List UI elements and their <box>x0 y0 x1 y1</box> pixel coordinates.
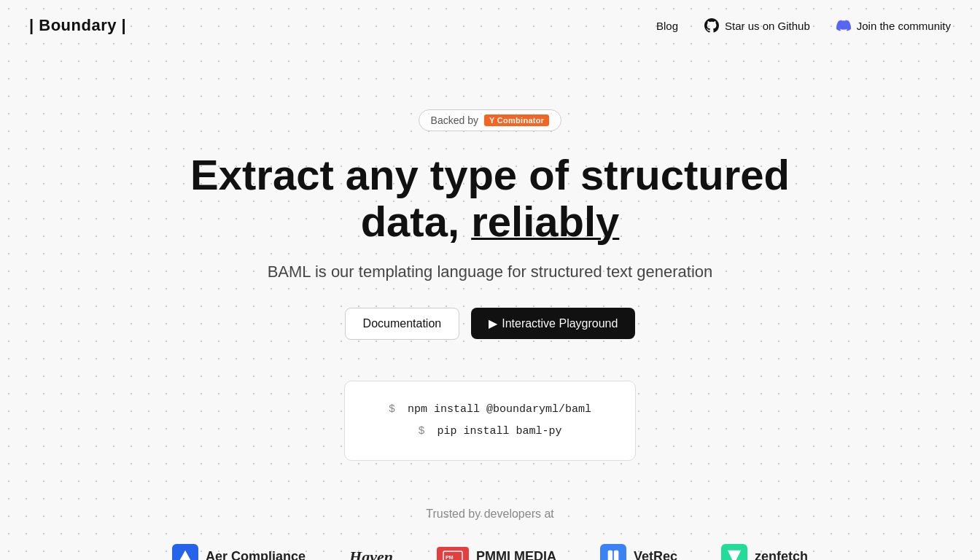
code-npm: npm install @boundaryml/baml <box>408 403 591 416</box>
zenfetch-icon <box>721 544 747 560</box>
vetrec-icon <box>600 544 626 560</box>
logo: | Boundary | <box>29 16 126 35</box>
playground-label: Interactive Playground <box>502 317 618 330</box>
blog-link[interactable]: Blog <box>656 20 678 32</box>
logos-row: Aer Compliance Haven PM PMMI MEDIA <box>143 544 837 560</box>
code-line-2: $ pip install baml-py <box>374 421 606 443</box>
svg-marker-5 <box>728 550 741 560</box>
discord-icon <box>836 18 851 33</box>
discord-label: Join the community <box>857 20 951 32</box>
trusted-label: Trusted by developers at <box>143 508 837 521</box>
hero-subtitle: BAML is our templating language for stru… <box>268 262 713 281</box>
github-link[interactable]: Star us on Github <box>704 18 810 33</box>
hero-buttons: Documentation ▶ Interactive Playground <box>345 308 636 340</box>
svg-marker-0 <box>179 550 192 560</box>
pmmi-icon: PM <box>437 547 469 560</box>
nav-links: Blog Star us on Github Join the communit… <box>656 18 951 33</box>
logo-pmmi: PM PMMI MEDIA <box>437 547 556 560</box>
aer-icon <box>172 544 198 560</box>
hero-section: Backed by Y Combinator Extract any type … <box>0 51 980 560</box>
logo-aer: Aer Compliance <box>172 544 306 560</box>
yc-logo: Y Combinator <box>484 114 550 126</box>
code-dollar-1: $ <box>389 403 395 416</box>
pmmi-name: PMMI MEDIA <box>476 549 556 560</box>
github-icon <box>704 18 719 33</box>
haven-name: Haven <box>349 548 393 560</box>
docs-button[interactable]: Documentation <box>345 308 460 340</box>
zenfetch-name: zenfetch <box>755 549 808 560</box>
vetrec-name: VetRec <box>634 549 677 560</box>
aer-name: Aer Compliance <box>206 549 306 560</box>
code-line-1: $ npm install @boundaryml/baml <box>374 399 606 421</box>
badge-prefix: Backed by <box>431 114 478 126</box>
logo-haven: Haven <box>349 548 393 560</box>
playground-button[interactable]: ▶ Interactive Playground <box>471 308 635 339</box>
hero-title-underline: reliably <box>471 198 619 245</box>
svg-text:PM: PM <box>446 555 454 560</box>
trusted-section: Trusted by developers at Aer Compliance … <box>143 508 837 560</box>
logo-vetrec: VetRec <box>600 544 677 560</box>
playground-icon: ▶ <box>489 316 497 330</box>
hero-title: Extract any type of structured data, rel… <box>162 152 818 245</box>
svg-rect-4 <box>614 550 618 560</box>
logo-zenfetch: zenfetch <box>721 544 808 560</box>
code-pip: pip install baml-py <box>438 425 562 438</box>
navbar: | Boundary | Blog Star us on Github Join… <box>0 0 980 51</box>
code-block: $ npm install @boundaryml/baml $ pip ins… <box>344 381 636 461</box>
code-dollar-2: $ <box>418 425 424 438</box>
yc-badge: Backed by Y Combinator <box>419 109 562 131</box>
svg-rect-3 <box>608 550 612 560</box>
discord-link[interactable]: Join the community <box>836 18 951 33</box>
github-label: Star us on Github <box>725 20 810 32</box>
blog-label: Blog <box>656 20 678 32</box>
